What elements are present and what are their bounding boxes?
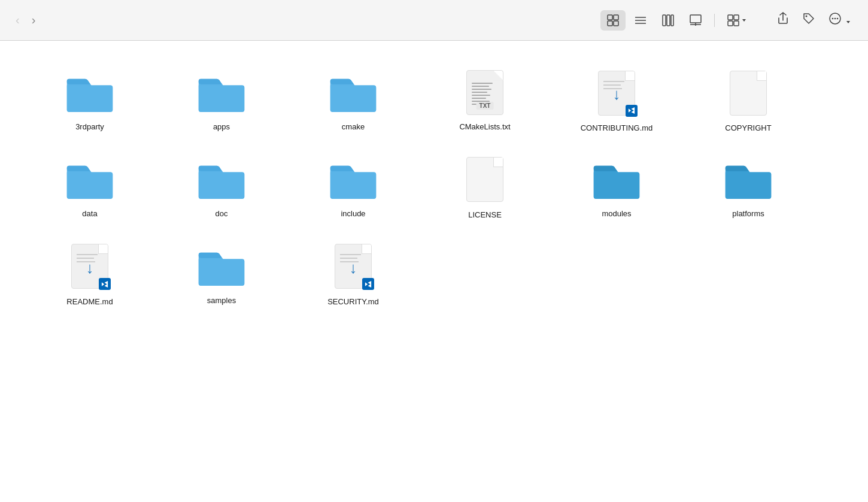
- file-label: LICENSE: [468, 210, 502, 220]
- file-label: platforms: [732, 209, 764, 219]
- file-grid: 3rdparty apps cmake: [0, 41, 868, 337]
- file-label: doc: [216, 209, 228, 219]
- file-label: modules: [602, 209, 631, 219]
- file-item-cmake[interactable]: cmake: [287, 59, 419, 140]
- view-controls: [600, 10, 753, 31]
- file-label: COPYRIGHT: [725, 123, 771, 134]
- file-item-contributing[interactable]: ↓ CONTRIBUTING.md: [551, 59, 682, 140]
- folder-icon: [593, 155, 641, 203]
- file-item-platforms[interactable]: platforms: [682, 146, 814, 226]
- plain-doc-icon: [464, 155, 506, 204]
- file-item-samples[interactable]: samples: [156, 232, 287, 313]
- svg-rect-15: [728, 21, 733, 26]
- tag-button[interactable]: [797, 8, 820, 32]
- plain-doc-icon: [727, 68, 769, 117]
- svg-rect-16: [734, 21, 739, 26]
- view-columns-button[interactable]: [655, 10, 681, 31]
- back-button[interactable]: ‹: [12, 11, 23, 29]
- toolbar: ‹ ›: [0, 0, 868, 41]
- file-label: README.md: [66, 297, 113, 307]
- vscode-doc-icon: ↓: [596, 68, 638, 117]
- svg-rect-8: [667, 15, 670, 26]
- svg-rect-0: [608, 15, 612, 20]
- svg-rect-3: [614, 21, 618, 26]
- folder-icon: [66, 155, 114, 203]
- folder-icon: [724, 155, 772, 203]
- view-separator: [714, 14, 715, 27]
- view-gallery-button[interactable]: [683, 10, 708, 31]
- file-item-license[interactable]: LICENSE: [419, 146, 551, 226]
- folder-icon: [198, 155, 245, 203]
- file-item-include[interactable]: include: [287, 146, 419, 226]
- file-item-3rdparty[interactable]: 3rdparty: [24, 59, 156, 140]
- svg-marker-23: [846, 21, 850, 23]
- svg-point-18: [805, 16, 807, 17]
- file-label: CONTRIBUTING.md: [581, 123, 653, 134]
- forward-button[interactable]: ›: [28, 11, 40, 29]
- share-button[interactable]: [772, 8, 794, 32]
- svg-point-21: [834, 18, 836, 20]
- svg-point-20: [832, 18, 834, 20]
- view-list-button[interactable]: [628, 10, 653, 31]
- file-label: 3rdparty: [75, 122, 104, 132]
- file-item-data[interactable]: data: [24, 146, 156, 226]
- svg-rect-1: [614, 15, 618, 20]
- nav-buttons: ‹ ›: [12, 11, 39, 29]
- vscode-doc-icon: ↓: [332, 242, 374, 291]
- vscode-doc-icon: ↓: [69, 242, 111, 291]
- more-button[interactable]: [824, 8, 856, 32]
- svg-rect-2: [608, 21, 612, 26]
- file-label: cmake: [342, 122, 365, 132]
- file-item-doc[interactable]: doc: [156, 146, 287, 226]
- svg-rect-7: [663, 15, 666, 26]
- file-item-readme[interactable]: ↓ README.md: [24, 232, 156, 313]
- svg-marker-17: [742, 19, 746, 22]
- view-grid-button[interactable]: [600, 10, 626, 31]
- svg-rect-9: [671, 15, 673, 26]
- file-label: data: [82, 209, 97, 219]
- svg-rect-10: [690, 15, 701, 23]
- file-item-apps[interactable]: apps: [156, 59, 287, 140]
- folder-icon: [66, 68, 114, 116]
- svg-rect-13: [728, 15, 733, 20]
- folder-icon: [329, 68, 377, 116]
- file-label: include: [341, 209, 365, 219]
- file-item-copyright[interactable]: COPYRIGHT: [682, 59, 814, 140]
- file-label: SECURITY.md: [327, 297, 379, 307]
- group-by-button[interactable]: [721, 10, 753, 31]
- folder-icon: [198, 68, 245, 116]
- file-item-modules[interactable]: modules: [551, 146, 682, 226]
- folder-icon: [329, 155, 377, 203]
- txt-doc-icon: TXT: [464, 68, 506, 116]
- file-label: samples: [207, 296, 236, 306]
- svg-point-22: [837, 18, 839, 20]
- file-label: apps: [213, 122, 230, 132]
- file-label: CMakeLists.txt: [459, 122, 510, 132]
- svg-rect-14: [734, 15, 739, 20]
- file-item-cmakelists[interactable]: TXT CMakeLists.txt: [419, 59, 551, 140]
- file-item-security[interactable]: ↓ SECURITY.md: [287, 232, 419, 313]
- toolbar-right: [772, 8, 856, 32]
- folder-icon: [198, 242, 245, 290]
